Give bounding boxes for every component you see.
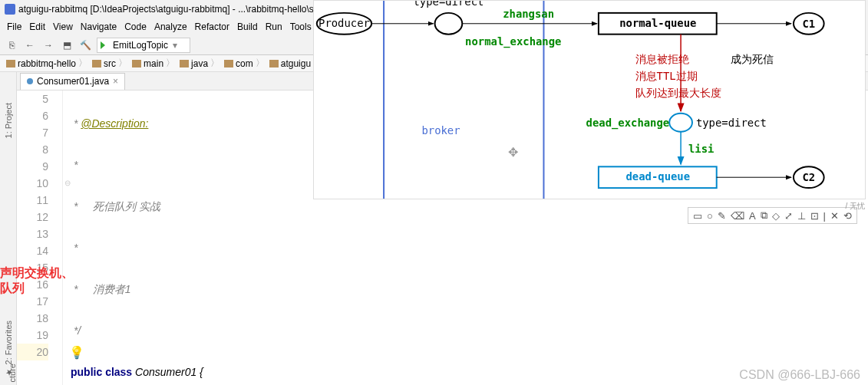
file-tab-label: Consumer01.java (37, 76, 109, 87)
menu-file[interactable]: File (3, 20, 25, 34)
svg-text:normal-queue: normal-queue (619, 17, 696, 29)
svg-text:C2: C2 (802, 171, 815, 183)
menu-tools[interactable]: Tools (286, 20, 315, 34)
forward-icon[interactable]: → (41, 38, 55, 52)
menu-edit[interactable]: Edit (25, 20, 49, 34)
fold-icon[interactable]: ⊖ (64, 179, 71, 187)
svg-point-4 (435, 13, 463, 35)
tool-copy-icon[interactable]: ⧉ (761, 209, 767, 222)
svg-text:✥: ✥ (508, 146, 518, 159)
menu-run[interactable]: Run (262, 20, 286, 34)
tool-text-icon[interactable]: A (749, 210, 756, 222)
tool-shape-icon[interactable]: ◇ (772, 210, 780, 222)
svg-text:C1: C1 (802, 18, 815, 30)
menu-analyze[interactable]: Analyze (150, 20, 191, 34)
breadcrumb-item[interactable]: src〉 (91, 57, 129, 70)
left-toolwindow-bar: 1: Project ★ 2: Favorites (0, 72, 17, 385)
svg-point-21 (669, 114, 692, 132)
tool-move-icon[interactable]: ⤢ (784, 210, 793, 222)
tab-project[interactable]: 1: Project (4, 103, 13, 138)
close-icon[interactable]: × (113, 76, 118, 87)
run-config-dropdown[interactable]: EmitLogTopic ▾ (97, 38, 190, 53)
tool-pen-icon[interactable]: ✎ (718, 210, 726, 222)
tool-circle-icon[interactable]: ○ (707, 210, 713, 222)
svg-text:type=direct: type=direct (413, 1, 484, 8)
annotation-overlay: 声明交换机、 队列 (0, 265, 74, 296)
diagram-producer: Producer (318, 17, 370, 29)
watermark: CSDN @666-LBJ-666 (739, 368, 860, 382)
build-icon[interactable]: 🔨 (78, 38, 92, 52)
breadcrumb-item[interactable]: java〉 (178, 57, 221, 70)
stop-icon[interactable]: ⬒ (60, 38, 74, 52)
line-gutter: 5678 9101112 13141516 17181920 (17, 90, 63, 385)
svg-text:dead-queue: dead-queue (626, 170, 691, 183)
back-icon[interactable]: ← (23, 38, 37, 52)
menu-code[interactable]: Code (120, 20, 150, 34)
svg-text:消息TTL过期: 消息TTL过期 (635, 70, 698, 82)
intention-bulb-icon[interactable]: 💡 (69, 345, 84, 360)
folder-icon (180, 60, 189, 67)
menu-view[interactable]: View (49, 20, 77, 34)
watermark-small: / 无忧 (845, 201, 865, 212)
svg-text:队列达到最大长度: 队列达到最大长度 (635, 87, 721, 99)
folder-icon (6, 60, 15, 67)
svg-text:broker: broker (421, 124, 460, 137)
folder-icon (132, 60, 141, 67)
breadcrumb-item[interactable]: main〉 (130, 57, 177, 70)
menu-navigate[interactable]: Navigate (77, 20, 120, 34)
breadcrumb-item[interactable]: com〉 (223, 57, 266, 70)
app-icon (5, 4, 15, 15)
svg-text:zhangsan: zhangsan (503, 8, 554, 20)
folder-icon (92, 60, 101, 67)
tool-close-icon[interactable]: ✕ (830, 210, 839, 222)
file-tab[interactable]: Consumer01.java × (20, 73, 125, 90)
folder-icon (269, 60, 279, 67)
diagram-toolbar: ▭ ○ ✎ ⌫ A ⧉ ◇ ⤢ ⊥ ⊡ | ✕ ⟲ (688, 207, 857, 224)
breadcrumb-item[interactable]: rabbitmq-hello〉 (5, 57, 89, 70)
tool-down-icon[interactable]: ⊥ (797, 210, 806, 222)
menu-refactor[interactable]: Refactor (191, 20, 233, 34)
menu-build[interactable]: Build (233, 20, 262, 34)
open-icon[interactable]: ⎘ (5, 38, 18, 52)
svg-text:lisi: lisi (688, 143, 714, 155)
tool-rect-icon[interactable]: ▭ (693, 210, 702, 222)
svg-text:dead_exchange: dead_exchange (586, 117, 670, 130)
folder-icon (224, 60, 233, 67)
tool-grid-icon[interactable]: ⊡ (810, 210, 819, 222)
java-class-icon (27, 78, 33, 84)
tab-structure[interactable]: cture (0, 360, 17, 385)
rabbitmq-diagram: Producer type=direct zhangsan normal-que… (313, 0, 866, 199)
tool-sep: | (823, 210, 826, 222)
svg-text:成为死信: 成为死信 (731, 53, 774, 65)
tool-erase-icon[interactable]: ⌫ (731, 210, 744, 222)
svg-text:normal_exchange: normal_exchange (465, 35, 561, 48)
svg-text:type=direct: type=direct (696, 117, 767, 129)
